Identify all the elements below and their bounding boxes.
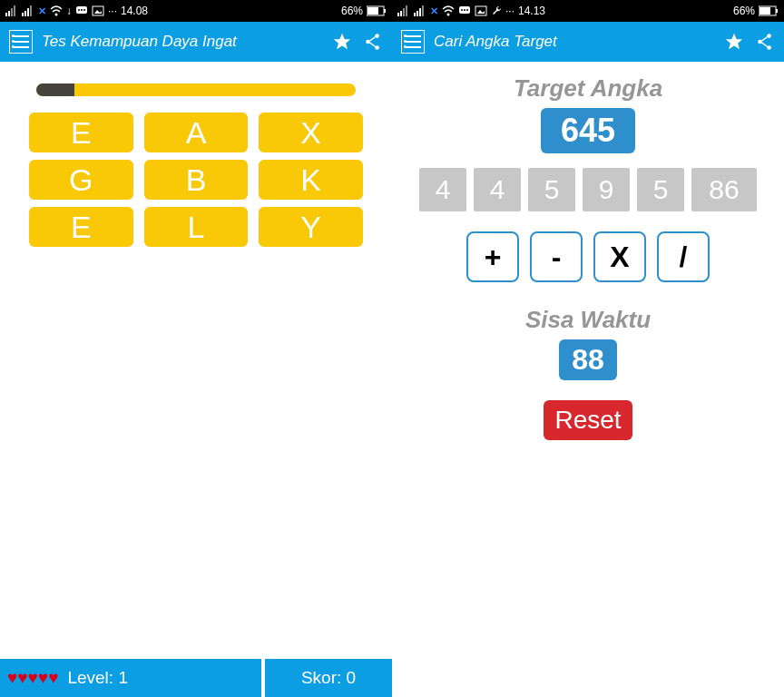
status-left: ✕ ··· 14.13 xyxy=(397,5,545,17)
svg-rect-27 xyxy=(406,5,407,16)
screen-target-number: ✕ ··· 14.13 66% Cari Ang xyxy=(392,0,784,697)
status-right: 66% xyxy=(733,5,779,17)
svg-rect-41 xyxy=(776,9,778,13)
memory-content: E A X G B K E L Y xyxy=(0,62,392,659)
letter-button[interactable]: E xyxy=(29,207,133,247)
svg-rect-40 xyxy=(760,7,770,15)
battery-percent: 66% xyxy=(733,5,755,17)
hearts: ♥ ♥ ♥ ♥ ♥ xyxy=(7,668,58,688)
letter-button[interactable]: L xyxy=(144,207,249,247)
app-title: Cari Angka Target xyxy=(434,33,715,51)
wrench-icon xyxy=(491,5,502,16)
svg-rect-30 xyxy=(419,8,421,16)
svg-point-21 xyxy=(375,45,379,50)
svg-marker-14 xyxy=(94,10,102,14)
signal-icon xyxy=(397,5,410,16)
status-right: 66% xyxy=(341,5,387,17)
download-icon: ↓ xyxy=(66,5,72,17)
svg-rect-29 xyxy=(416,11,418,16)
svg-rect-7 xyxy=(30,5,32,16)
svg-point-20 xyxy=(375,34,379,38)
status-bar: ✕ ··· 14.13 66% xyxy=(392,0,784,22)
letter-button[interactable]: G xyxy=(29,160,133,200)
svg-line-46 xyxy=(761,37,767,42)
letter-button[interactable]: E xyxy=(29,113,133,152)
score-box: Skor: 0 xyxy=(265,659,392,697)
svg-rect-5 xyxy=(24,11,26,16)
signal-icon xyxy=(414,5,426,16)
heart-icon: ♥ xyxy=(48,668,58,688)
number-tile[interactable]: 4 xyxy=(419,168,466,211)
level-label: Level: 1 xyxy=(67,668,128,688)
time-value: 88 xyxy=(559,339,617,380)
image-icon xyxy=(92,5,104,16)
svg-rect-1 xyxy=(8,11,10,16)
svg-point-32 xyxy=(447,14,450,16)
heart-icon: ♥ xyxy=(17,668,27,688)
svg-rect-17 xyxy=(384,9,386,13)
app-bar: Tes Kemampuan Daya Ingat xyxy=(0,22,392,62)
carrier-icon: ✕ xyxy=(38,5,46,17)
status-time: 14.13 xyxy=(518,5,545,17)
svg-rect-31 xyxy=(422,5,424,16)
operator-row: + - X / xyxy=(466,231,710,282)
svg-rect-3 xyxy=(14,5,15,16)
number-tile[interactable]: 5 xyxy=(637,168,684,211)
bbm-icon xyxy=(75,5,88,16)
svg-point-10 xyxy=(78,9,80,11)
number-tile[interactable]: 4 xyxy=(474,168,521,211)
svg-rect-28 xyxy=(414,13,416,16)
operator-multiply[interactable]: X xyxy=(593,231,646,282)
score-label: Skor: 0 xyxy=(301,668,356,688)
battery-icon xyxy=(759,5,779,16)
target-label: Target Angka xyxy=(514,74,662,103)
svg-marker-18 xyxy=(334,34,350,49)
status-ellipsis: ··· xyxy=(108,5,117,17)
svg-point-11 xyxy=(81,9,83,11)
operator-divide[interactable]: / xyxy=(657,231,710,282)
svg-rect-24 xyxy=(397,13,399,16)
svg-point-35 xyxy=(464,9,466,11)
screen-memory-test: ✕ ↓ ··· 14.08 66% Tes Kemampuan Daya Ing… xyxy=(0,0,392,697)
app-title: Tes Kemampuan Daya Ingat xyxy=(42,33,323,51)
letter-button[interactable]: K xyxy=(259,160,363,200)
letter-button[interactable]: A xyxy=(144,113,249,152)
wifi-icon xyxy=(442,5,455,16)
svg-point-45 xyxy=(767,45,771,50)
reset-button[interactable]: Reset xyxy=(544,400,632,440)
status-left: ✕ ↓ ··· 14.08 xyxy=(5,5,148,17)
heart-icon: ♥ xyxy=(7,668,17,688)
letter-button[interactable]: Y xyxy=(259,207,363,247)
letter-button[interactable]: B xyxy=(144,160,249,200)
signal-icon xyxy=(5,5,18,16)
star-icon[interactable] xyxy=(724,32,744,52)
svg-point-36 xyxy=(466,9,468,11)
svg-point-19 xyxy=(366,40,370,44)
menu-button[interactable] xyxy=(9,30,33,54)
number-tile[interactable]: 5 xyxy=(528,168,575,211)
svg-marker-38 xyxy=(477,10,485,14)
svg-line-47 xyxy=(761,43,767,47)
image-icon xyxy=(475,5,487,16)
operator-minus[interactable]: - xyxy=(530,231,583,282)
svg-rect-6 xyxy=(27,8,29,16)
operator-plus[interactable]: + xyxy=(466,231,519,282)
time-label: Sisa Waktu xyxy=(525,306,651,334)
svg-rect-25 xyxy=(400,11,402,16)
svg-point-43 xyxy=(758,40,762,44)
svg-rect-26 xyxy=(403,8,405,16)
battery-icon xyxy=(367,5,387,16)
share-icon[interactable] xyxy=(755,32,775,52)
bbm-icon xyxy=(458,5,471,16)
number-tile[interactable]: 86 xyxy=(691,168,757,211)
number-tile[interactable]: 9 xyxy=(583,168,630,211)
svg-point-44 xyxy=(767,34,771,38)
heart-icon: ♥ xyxy=(38,668,48,688)
status-ellipsis: ··· xyxy=(505,5,514,17)
svg-marker-42 xyxy=(726,34,742,49)
target-content: Target Angka 645 4 4 5 9 5 86 + - X / Si… xyxy=(392,62,784,697)
star-icon[interactable] xyxy=(332,32,352,52)
letter-button[interactable]: X xyxy=(259,113,363,152)
share-icon[interactable] xyxy=(363,32,383,52)
menu-button[interactable] xyxy=(401,30,425,54)
